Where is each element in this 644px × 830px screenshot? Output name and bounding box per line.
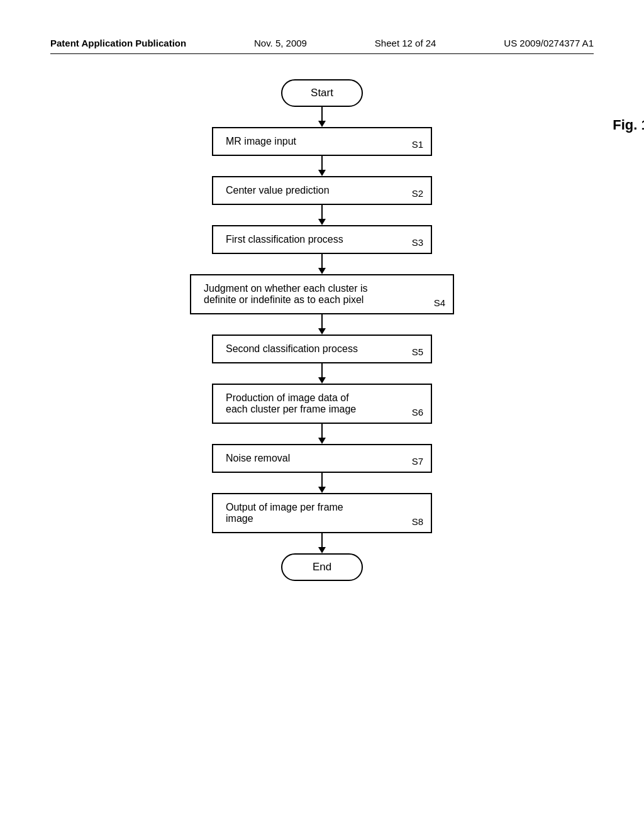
connector-4 (318, 254, 326, 274)
step-label-s6: S6 (412, 407, 423, 418)
step-label-s1: S1 (412, 139, 423, 150)
process-s6-text: Production of image data ofeach cluster … (226, 392, 356, 414)
process-s5-text: Second classification process (226, 343, 358, 354)
diagram-area: Start MR image input S1 (50, 79, 594, 581)
arrow-line (321, 254, 323, 268)
connector-1 (318, 107, 326, 127)
arrow-line (321, 314, 323, 328)
arrow-line (321, 107, 323, 121)
process-s7-text: Noise removal (226, 453, 290, 463)
step-s2: Center value prediction S2 (212, 176, 432, 205)
step-s3: First classification process S3 (212, 225, 432, 254)
step-label-s8: S8 (412, 516, 423, 527)
patent-number: US 2009/0274377 A1 (504, 38, 594, 48)
page-header: Patent Application Publication Nov. 5, 2… (50, 38, 594, 54)
step-s5: Second classification process S5 (212, 335, 432, 363)
connector-6 (318, 363, 326, 384)
process-s3-text: First classification process (226, 234, 343, 245)
process-s5: Second classification process S5 (212, 335, 432, 363)
terminal-end: End (281, 553, 363, 581)
arrow-line (321, 363, 323, 377)
process-s2-text: Center value prediction (226, 185, 330, 196)
step-s8: Output of image per frameimage S8 (212, 493, 432, 533)
publication-date: Nov. 5, 2009 (254, 38, 307, 48)
arrow-line (321, 533, 323, 547)
arrow-line (321, 205, 323, 219)
arrow-head (318, 328, 326, 335)
step-end: End (281, 553, 363, 581)
connector-7 (318, 424, 326, 444)
process-s4: Judgment on whether each cluster isdefin… (190, 274, 454, 314)
process-s8-text: Output of image per frameimage (226, 502, 343, 524)
process-s4-text: Judgment on whether each cluster isdefin… (204, 283, 368, 305)
process-s1-text: MR image input (226, 136, 296, 147)
process-s7: Noise removal S7 (212, 444, 432, 473)
process-s1: MR image input S1 (212, 127, 432, 156)
step-s1: MR image input S1 (212, 127, 432, 156)
step-label-s3: S3 (412, 237, 423, 248)
page: Patent Application Publication Nov. 5, 2… (0, 0, 644, 830)
step-s7: Noise removal S7 (212, 444, 432, 473)
step-label-s7: S7 (412, 456, 423, 467)
figure-label: Fig. 12 (613, 117, 644, 133)
connector-5 (318, 314, 326, 335)
process-s8: Output of image per frameimage S8 (212, 493, 432, 533)
arrow-head (318, 377, 326, 384)
connector-8 (318, 473, 326, 493)
arrow-head (318, 547, 326, 553)
process-s6: Production of image data ofeach cluster … (212, 384, 432, 424)
arrow-line (321, 424, 323, 438)
connector-3 (318, 205, 326, 225)
process-s2: Center value prediction S2 (212, 176, 432, 205)
arrow-head (318, 487, 326, 493)
arrow-head (318, 170, 326, 176)
step-label-s5: S5 (412, 346, 423, 357)
publication-label: Patent Application Publication (50, 38, 186, 48)
arrow-head (318, 268, 326, 274)
sheet-info: Sheet 12 of 24 (375, 38, 436, 48)
flowchart: Start MR image input S1 (165, 79, 479, 581)
terminal-start: Start (281, 79, 363, 107)
arrow-line (321, 473, 323, 487)
process-s3: First classification process S3 (212, 225, 432, 254)
connector-9 (318, 533, 326, 553)
step-s6: Production of image data ofeach cluster … (212, 384, 432, 424)
step-start: Start (281, 79, 363, 107)
arrow-line (321, 156, 323, 170)
arrow-head (318, 219, 326, 225)
step-label-s4: S4 (434, 297, 445, 308)
arrow-head (318, 121, 326, 127)
connector-2 (318, 156, 326, 176)
step-label-s2: S2 (412, 188, 423, 199)
arrow-head (318, 438, 326, 444)
step-s4: Judgment on whether each cluster isdefin… (190, 274, 454, 314)
